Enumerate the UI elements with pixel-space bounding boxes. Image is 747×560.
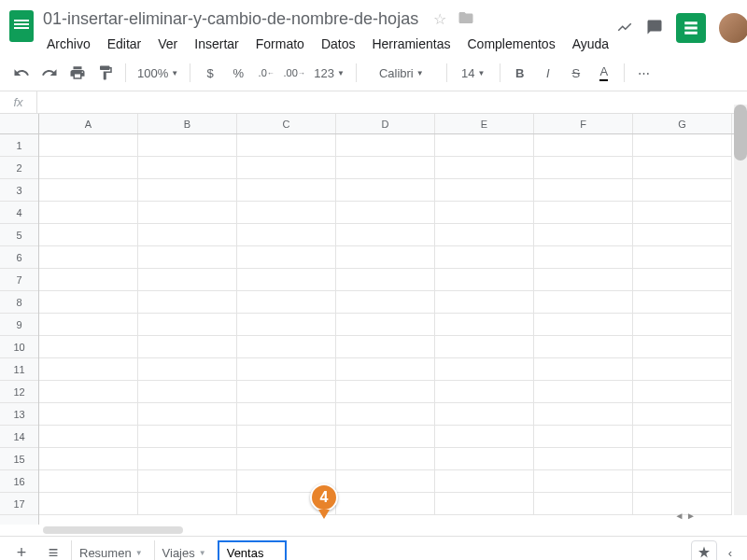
- row-header[interactable]: 13: [0, 403, 38, 426]
- row-header[interactable]: 6: [0, 246, 38, 269]
- row-header[interactable]: 9: [0, 314, 38, 336]
- menu-complementos[interactable]: Complementos: [459, 33, 562, 55]
- decrease-decimal-button[interactable]: .0←: [254, 61, 278, 85]
- sheet-tab-resumen[interactable]: Resumen ▼: [71, 540, 150, 560]
- italic-button[interactable]: I: [536, 61, 560, 85]
- col-header[interactable]: A: [39, 114, 138, 133]
- zoom-dropdown[interactable]: 100%▼: [134, 61, 182, 85]
- comment-icon[interactable]: [646, 19, 663, 38]
- vertical-scrollbar[interactable]: [734, 105, 747, 515]
- formula-input[interactable]: [37, 91, 747, 113]
- fx-label: fx: [0, 91, 37, 113]
- print-button[interactable]: [65, 61, 90, 85]
- share-button[interactable]: [676, 13, 706, 43]
- scroll-arrows[interactable]: ◄ ►: [674, 511, 696, 521]
- currency-button[interactable]: $: [198, 61, 222, 85]
- menu-herramientas[interactable]: Herramientas: [364, 33, 458, 55]
- percent-button[interactable]: %: [226, 61, 250, 85]
- col-header[interactable]: D: [336, 114, 435, 133]
- horizontal-scrollbar[interactable]: [43, 526, 183, 534]
- explore-button[interactable]: [691, 540, 717, 561]
- row-header[interactable]: 14: [0, 426, 38, 448]
- row-header[interactable]: 4: [0, 202, 38, 224]
- row-header[interactable]: 3: [0, 179, 38, 202]
- row-header[interactable]: 2: [0, 157, 38, 179]
- sheet-tab-label: Viajes: [162, 546, 195, 560]
- row-header[interactable]: 11: [0, 358, 38, 381]
- select-all-corner[interactable]: [0, 114, 39, 133]
- sheet-rename-input[interactable]: [227, 546, 277, 560]
- star-icon[interactable]: ☆: [433, 10, 446, 28]
- menu-editar[interactable]: Editar: [100, 33, 149, 55]
- menubar: Archivo Editar Ver Insertar Formato Dato…: [39, 33, 616, 55]
- menu-insertar[interactable]: Insertar: [187, 33, 246, 55]
- row-header[interactable]: 5: [0, 224, 38, 246]
- sheet-tab-viajes[interactable]: Viajes ▼: [154, 540, 214, 560]
- toolbar: 100%▼ $ % .0← .00→ 123▼ Calibri▼ 14▼ B I…: [0, 55, 747, 91]
- menu-datos[interactable]: Datos: [314, 33, 363, 55]
- all-sheets-button[interactable]: ≡: [39, 539, 67, 561]
- row-header[interactable]: 8: [0, 291, 38, 314]
- chevron-down-icon[interactable]: ▼: [135, 549, 143, 557]
- font-size-dropdown[interactable]: 14▼: [455, 61, 492, 85]
- row-header[interactable]: 16: [0, 470, 38, 493]
- chevron-down-icon[interactable]: ▼: [199, 549, 206, 557]
- redo-button[interactable]: [37, 61, 62, 85]
- sheets-logo[interactable]: [9, 7, 34, 45]
- spreadsheet-grid[interactable]: A B C D E F G 1 2 3 4 5 6 7 8 9 10 11 12…: [0, 114, 747, 525]
- menu-ver[interactable]: Ver: [150, 33, 185, 55]
- row-header[interactable]: 10: [0, 336, 38, 358]
- paint-format-button[interactable]: [93, 61, 118, 85]
- col-header[interactable]: C: [237, 114, 336, 133]
- side-panel-toggle[interactable]: ‹: [721, 546, 740, 560]
- folder-icon[interactable]: [458, 9, 474, 30]
- bold-button[interactable]: B: [508, 61, 532, 85]
- row-header[interactable]: 1: [0, 134, 38, 157]
- font-dropdown[interactable]: Calibri▼: [364, 61, 439, 85]
- tutorial-callout: 4: [310, 483, 338, 521]
- text-color-button[interactable]: A: [592, 61, 616, 85]
- callout-badge: 4: [310, 483, 338, 511]
- document-title[interactable]: 01-insertar-eliminar-y-cambio-de-nombre-…: [39, 7, 422, 31]
- row-header[interactable]: 17: [0, 493, 38, 515]
- more-formats-dropdown[interactable]: 123▼: [310, 61, 348, 85]
- menu-ayuda[interactable]: Ayuda: [565, 33, 616, 55]
- strikethrough-button[interactable]: S: [564, 61, 588, 85]
- menu-archivo[interactable]: Archivo: [39, 33, 98, 55]
- avatar[interactable]: [719, 13, 747, 43]
- row-header[interactable]: 7: [0, 269, 38, 291]
- row-header[interactable]: 15: [0, 448, 38, 470]
- add-sheet-button[interactable]: +: [7, 539, 35, 561]
- sheet-tab-editing[interactable]: [218, 540, 287, 560]
- col-header[interactable]: F: [534, 114, 633, 133]
- menu-formato[interactable]: Formato: [248, 33, 312, 55]
- increase-decimal-button[interactable]: .00→: [282, 61, 306, 85]
- undo-button[interactable]: [9, 61, 34, 85]
- row-header[interactable]: 12: [0, 381, 38, 403]
- col-header[interactable]: E: [435, 114, 534, 133]
- col-header[interactable]: G: [633, 114, 732, 133]
- more-toolbar-button[interactable]: ⋯: [632, 61, 656, 85]
- sheet-tab-label: Resumen: [79, 546, 132, 560]
- activity-icon[interactable]: [616, 19, 633, 38]
- col-header[interactable]: B: [138, 114, 237, 133]
